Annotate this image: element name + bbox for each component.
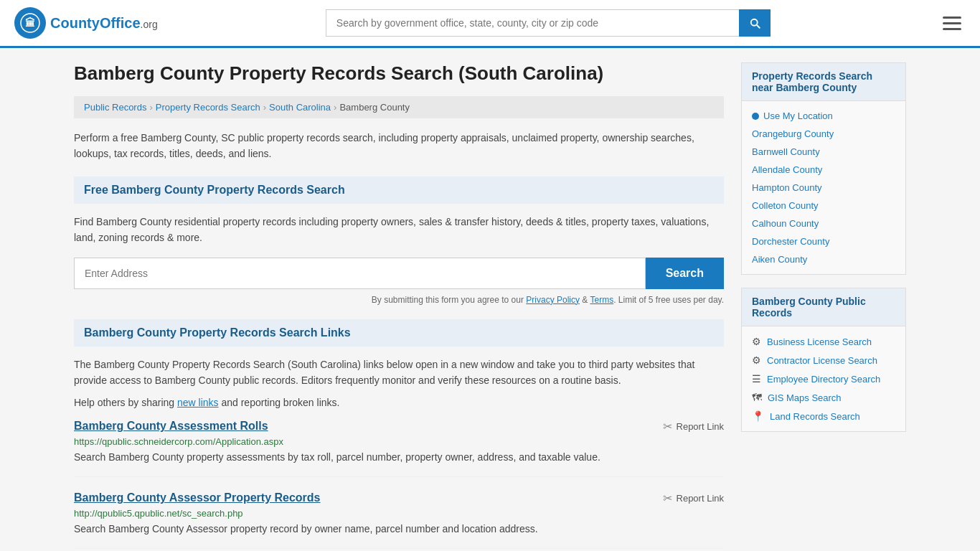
- nearby-county-6[interactable]: Dorchester County: [742, 232, 905, 250]
- record-item-1: Bamberg County Assessor Property Records…: [74, 491, 724, 549]
- gear-icon-0: ⚙: [752, 336, 761, 347]
- terms-link[interactable]: Terms: [590, 295, 613, 305]
- nearby-county-3[interactable]: Hampton County: [742, 179, 905, 197]
- public-record-1[interactable]: ⚙ Contractor License Search: [742, 351, 905, 369]
- intro-text: Perform a free Bamberg County, SC public…: [74, 130, 724, 162]
- nearby-counties-heading: Property Records Search near Bamberg Cou…: [742, 63, 905, 101]
- hamburger-line-2: [943, 22, 961, 24]
- nearby-county-5[interactable]: Calhoun County: [742, 215, 905, 232]
- breadcrumb-south-carolina[interactable]: South Carolina: [269, 102, 331, 113]
- privacy-policy-link[interactable]: Privacy Policy: [526, 295, 580, 305]
- report-icon-0: ✂: [663, 420, 672, 433]
- search-icon: [748, 17, 761, 29]
- form-disclaimer: By submitting this form you agree to our…: [74, 295, 724, 305]
- gear-icon-1: ⚙: [752, 354, 761, 366]
- record-url-1[interactable]: http://qpublic5.qpublic.net/sc_search.ph…: [74, 508, 724, 519]
- logo-icon: 🏛: [14, 7, 46, 39]
- new-links-link[interactable]: new links: [177, 397, 219, 408]
- nearby-counties-list: Use My Location Orangeburg County Barnwe…: [742, 101, 905, 274]
- logo[interactable]: 🏛 CountyOffice.org: [14, 7, 158, 39]
- public-records-list: ⚙ Business License Search ⚙ Contractor L…: [742, 326, 905, 431]
- record-title-0[interactable]: Bamberg County Assessment Rolls: [74, 420, 268, 433]
- svg-text:🏛: 🏛: [25, 17, 35, 29]
- logo-text: CountyOffice.org: [50, 15, 158, 32]
- links-description: The Bamberg County Property Records Sear…: [74, 357, 724, 389]
- sidebar: Property Records Search near Bamberg Cou…: [741, 62, 906, 551]
- breadcrumb-public-records[interactable]: Public Records: [84, 102, 146, 113]
- main-wrapper: Bamberg County Property Records Search (…: [60, 48, 920, 551]
- use-my-location-link[interactable]: Use My Location: [763, 110, 833, 121]
- header-search-input[interactable]: [326, 9, 739, 37]
- nearby-county-1[interactable]: Barnwell County: [742, 143, 905, 161]
- nearby-county-0[interactable]: Orangeburg County: [742, 125, 905, 143]
- free-search-description: Find Bamberg County residential property…: [74, 214, 724, 246]
- public-records-box: Bamberg County Public Records ⚙ Business…: [741, 288, 906, 432]
- breadcrumb: Public Records › Property Records Search…: [74, 96, 724, 118]
- report-link-button-0[interactable]: ✂ Report Link: [663, 420, 724, 433]
- use-my-location-item[interactable]: Use My Location: [742, 107, 905, 125]
- nearby-county-7[interactable]: Aiken County: [742, 250, 905, 268]
- report-icon-1: ✂: [663, 491, 672, 505]
- share-text: Help others by sharing new links and rep…: [74, 397, 724, 408]
- list-icon: ☰: [752, 373, 761, 385]
- public-record-3[interactable]: 🗺 GIS Maps Search: [742, 388, 905, 407]
- site-header: 🏛 CountyOffice.org: [0, 0, 980, 48]
- report-link-button-1[interactable]: ✂ Report Link: [663, 491, 724, 505]
- pin-icon: 📍: [752, 410, 764, 422]
- page-title: Bamberg County Property Records Search (…: [74, 62, 724, 85]
- links-section-heading: Bamberg County Property Records Search L…: [74, 319, 724, 347]
- address-search-form: Search: [74, 258, 724, 289]
- free-search-heading: Free Bamberg County Property Records Sea…: [74, 176, 724, 204]
- hamburger-line-3: [943, 28, 961, 30]
- address-search-input[interactable]: [74, 258, 646, 289]
- public-record-0[interactable]: ⚙ Business License Search: [742, 332, 905, 351]
- hamburger-line-1: [943, 17, 961, 19]
- record-desc-0: Search Bamberg County property assessmen…: [74, 450, 724, 465]
- record-item-0: Bamberg County Assessment Rolls ✂ Report…: [74, 420, 724, 477]
- nearby-county-4[interactable]: Colleton County: [742, 197, 905, 215]
- record-title-1[interactable]: Bamberg County Assessor Property Records: [74, 491, 321, 504]
- address-search-button[interactable]: Search: [646, 258, 724, 289]
- record-desc-1: Search Bamberg County Assessor property …: [74, 522, 724, 537]
- main-content: Bamberg County Property Records Search (…: [74, 62, 724, 551]
- header-search-button[interactable]: [739, 9, 771, 37]
- breadcrumb-property-records-search[interactable]: Property Records Search: [156, 102, 260, 113]
- public-record-4[interactable]: 📍 Land Records Search: [742, 407, 905, 425]
- nearby-counties-box: Property Records Search near Bamberg Cou…: [741, 62, 906, 275]
- public-record-2[interactable]: ☰ Employee Directory Search: [742, 369, 905, 388]
- public-records-heading: Bamberg County Public Records: [742, 288, 905, 326]
- map-icon: 🗺: [752, 392, 762, 403]
- nearby-county-2[interactable]: Allendale County: [742, 161, 905, 179]
- breadcrumb-bamberg-county: Bamberg County: [339, 102, 410, 113]
- location-dot-icon: [752, 113, 759, 120]
- menu-button[interactable]: [938, 12, 966, 34]
- header-search-form: [326, 9, 771, 37]
- record-url-0[interactable]: https://qpublic.schneidercorp.com/Applic…: [74, 436, 724, 447]
